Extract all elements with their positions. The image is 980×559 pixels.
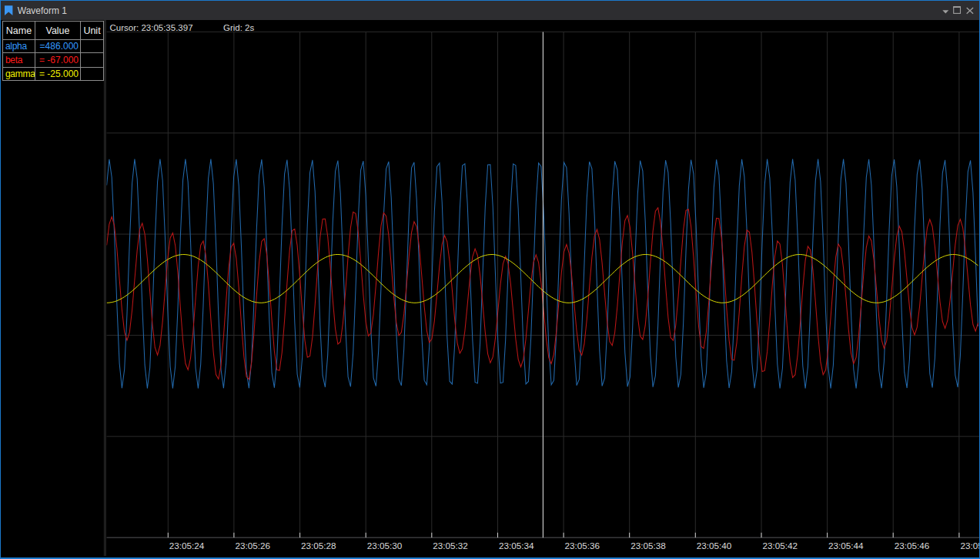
svg-text:23:05:48: 23:05:48 <box>960 541 980 551</box>
svg-text:23:05:46: 23:05:46 <box>895 541 930 551</box>
svg-text:23:05:38: 23:05:38 <box>630 541 666 551</box>
svg-text:Cursor: 23:05:35.397: Cursor: 23:05:35.397 <box>110 23 193 32</box>
svg-text:23:05:40: 23:05:40 <box>697 541 732 551</box>
svg-text:23:05:36: 23:05:36 <box>565 541 600 551</box>
svg-text:23:05:34: 23:05:34 <box>499 541 534 551</box>
svg-text:23:05:26: 23:05:26 <box>235 541 270 551</box>
svg-text:23:05:32: 23:05:32 <box>433 541 468 551</box>
svg-text:23:05:24: 23:05:24 <box>169 541 205 551</box>
svg-text:Grid: 2s: Grid: 2s <box>223 23 255 32</box>
svg-text:23:05:28: 23:05:28 <box>301 541 336 551</box>
svg-text:23:05:42: 23:05:42 <box>763 541 798 551</box>
svg-text:23:05:30: 23:05:30 <box>367 541 403 551</box>
svg-text:23:05:44: 23:05:44 <box>828 541 864 551</box>
